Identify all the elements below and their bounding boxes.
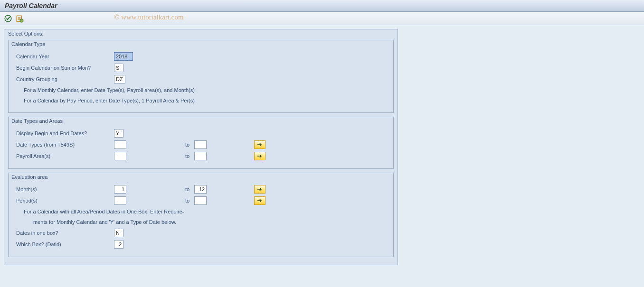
periods-from-input[interactable] [114,196,126,205]
multi-select-button[interactable] [254,140,265,149]
begin-day-input[interactable] [114,64,123,72]
window-title: Payroll Calendar [0,0,644,12]
months-label: Month(s) [14,186,114,192]
country-grouping-label: Country Grouping [14,76,114,82]
svg-point-2 [20,19,23,22]
months-from-input[interactable] [114,185,126,194]
watermark: © www.tutorialkart.com [114,13,184,21]
to-label: to [185,186,189,192]
group-date-types: Date Types and Areas Display Begin and E… [8,117,394,169]
multi-select-button[interactable] [254,152,265,160]
execute-icon[interactable] [4,14,12,23]
which-box-input[interactable] [114,240,123,249]
display-begin-end-input[interactable] [114,129,123,138]
months-to-input[interactable] [194,185,207,194]
to-label: to [185,153,189,159]
info-text-payperiod: For a Calendar by Pay Period, enter Date… [14,96,388,105]
payroll-areas-label: Payroll Area(s) [14,153,114,159]
country-grouping-input[interactable] [114,75,125,83]
variant-icon[interactable] [15,14,24,23]
date-types-to-input[interactable] [194,140,207,149]
to-label: to [185,142,189,148]
dates-one-box-label: Dates in one box? [14,230,114,236]
payroll-areas-to-input[interactable] [194,152,207,160]
select-options-panel: Select Options: Calendar Type Calendar Y… [4,29,398,265]
begin-day-label: Begin Calendar on Sun or Mon? [14,65,114,71]
date-types-from-input[interactable] [114,140,126,149]
periods-to-input[interactable] [194,196,207,205]
group-title: Evaluation area [9,173,393,181]
info-text-onebox-2: ments for Monthly Calendar and 'Y' and a… [14,218,388,226]
display-begin-end-label: Display Begin and End Dates? [14,130,114,136]
panel-title: Select Options: [4,29,398,38]
to-label: to [185,198,189,204]
toolbar: © www.tutorialkart.com [0,12,644,25]
calendar-year-label: Calendar Year [14,54,114,59]
group-title: Date Types and Areas [9,117,393,125]
date-types-label: Date Types (from T549S) [14,142,114,148]
which-box-label: Which Box? (Datid) [14,241,114,247]
calendar-year-input[interactable] [114,52,133,61]
group-evaluation: Evaluation area Month(s) to [8,173,394,257]
info-text-monthly: For a Monthly Calendar, enter Date Type(… [14,86,388,94]
payroll-areas-from-input[interactable] [114,152,126,160]
dates-one-box-input[interactable] [114,229,123,237]
info-text-onebox-1: For a Calendar with all Area/Period Date… [14,207,388,216]
periods-label: Period(s) [14,198,114,204]
group-calendar-type: Calendar Type Calendar Year Begin Calend… [8,40,394,113]
group-title: Calendar Type [9,40,393,48]
multi-select-button[interactable] [254,196,265,205]
main-area: Select Options: Calendar Type Calendar Y… [0,25,644,287]
multi-select-button[interactable] [254,185,265,194]
